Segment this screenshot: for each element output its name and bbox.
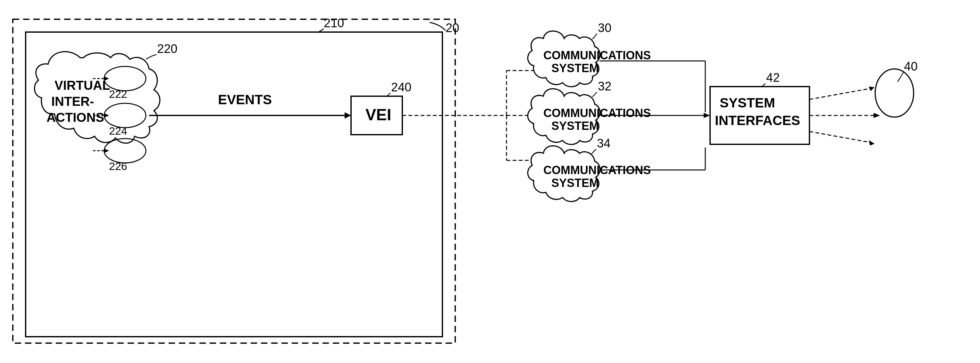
svg-marker-7	[345, 112, 351, 119]
comm-34-text2: SYSTEM	[551, 177, 599, 189]
ellipse-222-label: 222	[109, 88, 127, 100]
inner-box-label: 210	[324, 16, 344, 30]
comm-32-label: 32	[598, 80, 611, 93]
si-text1: SYSTEM	[720, 95, 775, 110]
svg-marker-22	[704, 113, 710, 118]
svg-marker-28	[869, 140, 875, 146]
svg-marker-26	[873, 113, 880, 118]
outer-dashed-box	[13, 19, 455, 343]
virtual-text-line1: VIRTUAL	[54, 78, 110, 92]
comm-32-text1: COMMUNICATIONS	[543, 107, 651, 119]
comm-32-text2: SYSTEM	[551, 119, 599, 132]
ellipse-226-label: 226	[109, 160, 127, 172]
si-label: 42	[766, 71, 780, 84]
vei-text: VEI	[366, 106, 391, 124]
ellipse-224-label: 224	[109, 125, 127, 137]
comm-30-label: 30	[598, 21, 611, 35]
ellipse-222	[104, 66, 146, 91]
events-label: EVENTS	[218, 92, 272, 107]
inner-box	[25, 32, 442, 337]
shape-220-label: 220	[157, 42, 177, 56]
virtual-text-line2: INTER-	[51, 94, 94, 108]
comm-30-text2: SYSTEM	[551, 62, 599, 75]
comm-30-text1: COMMUNICATIONS	[543, 49, 651, 62]
svg-line-27	[810, 132, 872, 143]
virtual-text-line3: ACTIONS	[46, 110, 104, 124]
person-label: 40	[904, 60, 918, 73]
svg-marker-3	[104, 113, 109, 118]
vei-label: 240	[391, 81, 411, 94]
ellipse-226	[104, 139, 146, 163]
person-shape	[875, 69, 914, 117]
svg-line-23	[810, 88, 872, 99]
diagram-container: 20 210 220 VIRTUAL INTER- ACTIONS 222 22…	[0, 0, 980, 363]
ellipse-224	[104, 103, 146, 127]
svg-marker-5	[104, 148, 109, 153]
outer-box-label: 20	[445, 21, 459, 35]
si-text2: INTERFACES	[715, 113, 800, 128]
comm-34-label: 34	[597, 137, 610, 150]
